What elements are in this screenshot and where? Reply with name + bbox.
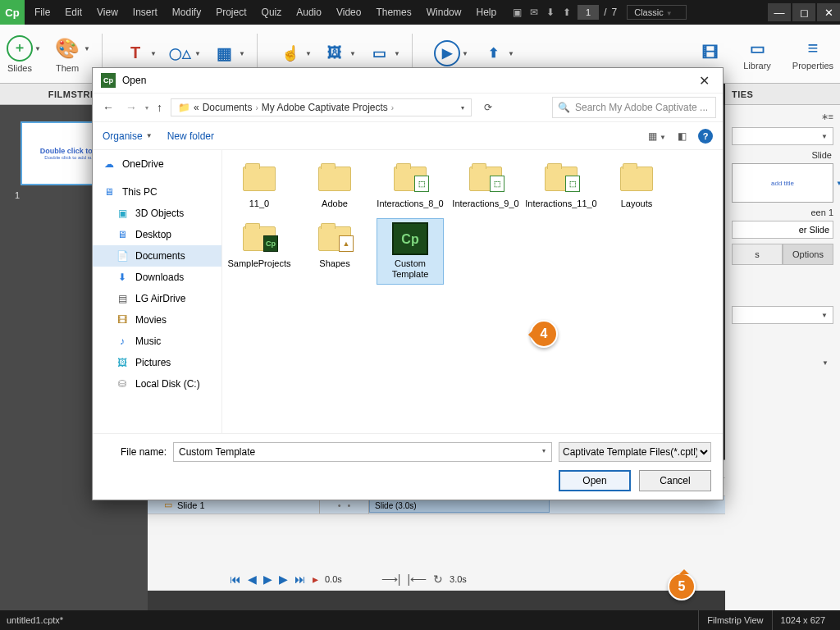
publish-tool[interactable]: ⬆▼ — [482, 43, 504, 66]
skip-end-icon[interactable]: ⏭ — [294, 573, 306, 586]
menu-audio[interactable]: Audio — [290, 3, 328, 21]
shapes-tool[interactable]: ◯△▼ — [168, 43, 191, 66]
file-type-filter[interactable]: Captivate Template Files(*.cptl) — [559, 442, 711, 462]
folder-interactions-9-0[interactable]: ⬚Interactions_9_0 — [452, 158, 519, 213]
breadcrumb-project-folder[interactable]: My Adobe Captivate Projects — [262, 102, 388, 113]
folder-shapes[interactable]: ▲Shapes — [301, 218, 368, 284]
dialog-close-button[interactable]: ✕ — [694, 71, 714, 90]
record-tool[interactable]: ▭▼ — [368, 43, 390, 66]
sidebar-music[interactable]: ♪Music — [93, 331, 221, 352]
dialog-search-input[interactable]: 🔍 Search My Adobe Captivate ... — [552, 97, 716, 118]
menu-view[interactable]: View — [90, 3, 125, 21]
sidebar-movies[interactable]: 🎞Movies — [93, 309, 221, 331]
cube-icon: ▣ — [116, 207, 129, 220]
menu-file[interactable]: File — [28, 3, 57, 21]
close-window-button[interactable]: ✕ — [817, 3, 840, 21]
menu-quiz[interactable]: Quiz — [255, 3, 289, 21]
open-button[interactable]: Open — [559, 470, 631, 491]
nav-forward-icon[interactable]: → — [122, 99, 140, 116]
sidebar-documents[interactable]: 📄Documents — [93, 245, 221, 267]
nav-up-icon[interactable]: ↑ — [153, 99, 166, 116]
refresh-icon[interactable]: ⟳ — [477, 102, 500, 113]
folder-adobe[interactable]: Adobe — [301, 158, 368, 213]
objects-tool[interactable]: ▦▼ — [212, 43, 235, 66]
interactions-tool[interactable]: ☝▼ — [279, 43, 302, 66]
download-icon[interactable]: ⬇ — [546, 7, 555, 18]
step-back-icon[interactable]: ◀ — [248, 573, 257, 586]
slides-tool[interactable]: ＋▼ Slides — [7, 35, 33, 73]
sidebar-3d-objects[interactable]: ▣3D Objects — [93, 203, 221, 224]
sidebar-pictures[interactable]: 🖼Pictures — [93, 352, 221, 373]
preview-pane-icon[interactable]: ◧ — [678, 130, 687, 142]
pictures-icon: 🖼 — [116, 356, 129, 369]
filename-label: File name: — [104, 446, 167, 458]
page-current-input[interactable] — [578, 5, 599, 20]
preview-tool[interactable]: ▶▼ — [434, 40, 460, 68]
film-icon: 🎞 — [116, 313, 129, 326]
file-label: Adobe — [322, 199, 348, 209]
film-icon: 🎞 — [699, 43, 722, 64]
chevron-down-icon[interactable]: ▾ — [542, 447, 546, 454]
menu-video[interactable]: Video — [330, 3, 368, 21]
sidebar-lg-airdrive[interactable]: ▤LG AirDrive — [93, 288, 221, 309]
panel-select-2[interactable]: ▼ — [732, 306, 833, 324]
themes-tool[interactable]: 🎨▼ Them — [54, 35, 80, 73]
tab-options[interactable]: Options — [783, 244, 833, 265]
workspace-selector[interactable]: Classic ▼ — [627, 5, 686, 20]
panel-select-3[interactable]: ▼ — [732, 354, 833, 372]
chevron-down-icon[interactable]: ▾ — [461, 104, 464, 112]
text-tool[interactable]: T▼ — [124, 43, 147, 66]
media-tool[interactable]: 🖼▼ — [323, 43, 346, 66]
folder-sample-projects[interactable]: CpSampleProjects — [226, 218, 293, 284]
menu-project[interactable]: Project — [209, 3, 253, 21]
tab-style[interactable]: s — [732, 244, 783, 265]
chevron-down-icon: ▼ — [349, 49, 356, 57]
monitor-icon: 🖥 — [103, 185, 116, 199]
folder-layouts[interactable]: Layouts — [603, 158, 670, 213]
sidebar-this-pc[interactable]: 🖥This PC — [93, 181, 221, 203]
layout-icon[interactable]: ▣ — [513, 7, 522, 18]
menu-window[interactable]: Window — [420, 3, 468, 21]
new-folder-button[interactable]: New folder — [167, 130, 214, 142]
help-icon[interactable]: ? — [698, 129, 713, 144]
menu-modify[interactable]: Modify — [166, 3, 208, 21]
sidebar-downloads[interactable]: ⬇Downloads — [93, 267, 221, 288]
sidebar-desktop[interactable]: 🖥Desktop — [93, 224, 221, 245]
maximize-button[interactable]: ◻ — [792, 3, 815, 21]
nav-back-icon[interactable]: ← — [99, 99, 117, 116]
panel-selector[interactable]: ▼ — [732, 127, 833, 145]
master-thumb[interactable]: add title ▼ — [732, 163, 833, 203]
panel-menu-icon[interactable]: ∗≡ — [821, 112, 833, 122]
filename-input[interactable] — [173, 442, 552, 462]
properties-panel: ∗≡ ▼ Slide add title ▼ een 1 s Options ▼… — [725, 105, 840, 610]
reset-master-button[interactable] — [732, 221, 833, 239]
library-tool[interactable]: ▭ Library — [743, 38, 771, 71]
play-icon[interactable]: ▶ — [263, 573, 272, 586]
file-custom-template[interactable]: CpCustom Template — [377, 218, 444, 284]
mail-icon[interactable]: ✉ — [530, 7, 538, 18]
breadcrumb-documents[interactable]: Documents — [203, 102, 253, 113]
sidebar-local-disk[interactable]: ⛁Local Disk (C:) — [93, 373, 221, 395]
properties-tool[interactable]: ≡ Properties — [792, 38, 833, 71]
nav-history-icon[interactable]: ▾ — [145, 104, 148, 112]
organise-menu[interactable]: Organise ▼ — [103, 130, 153, 142]
menu-help[interactable]: Help — [469, 3, 503, 21]
menu-themes[interactable]: Themes — [369, 3, 418, 21]
skip-start-icon[interactable]: ⏮ — [230, 573, 241, 586]
folder-interactions-11-0[interactable]: ⬚Interactions_11_0 — [527, 158, 595, 213]
menu-insert[interactable]: Insert — [126, 3, 164, 21]
view-mode-icon[interactable]: ▦ ▼ — [648, 130, 666, 142]
dialog-footer: File name: ▾ Captivate Template Files(*.… — [93, 433, 723, 500]
upload-icon[interactable]: ⬆ — [563, 7, 571, 18]
breadcrumb[interactable]: 📁 « Documents › My Adobe Captivate Proje… — [171, 98, 472, 116]
assets-tool[interactable]: 🎞 — [699, 43, 722, 66]
sidebar-label: Local Disk (C:) — [135, 378, 200, 390]
folder-interactions-8-0[interactable]: ⬚Interactions_8_0 — [377, 158, 444, 213]
loop-icon[interactable]: ↻ — [433, 573, 443, 586]
minimize-button[interactable]: — — [768, 3, 791, 21]
menu-edit[interactable]: Edit — [58, 3, 89, 21]
sidebar-onedrive[interactable]: ☁OneDrive — [93, 153, 221, 175]
cancel-button[interactable]: Cancel — [639, 470, 711, 491]
step-fwd-icon[interactable]: ▶ — [279, 573, 288, 586]
folder-11-0[interactable]: 11_0 — [226, 158, 293, 213]
